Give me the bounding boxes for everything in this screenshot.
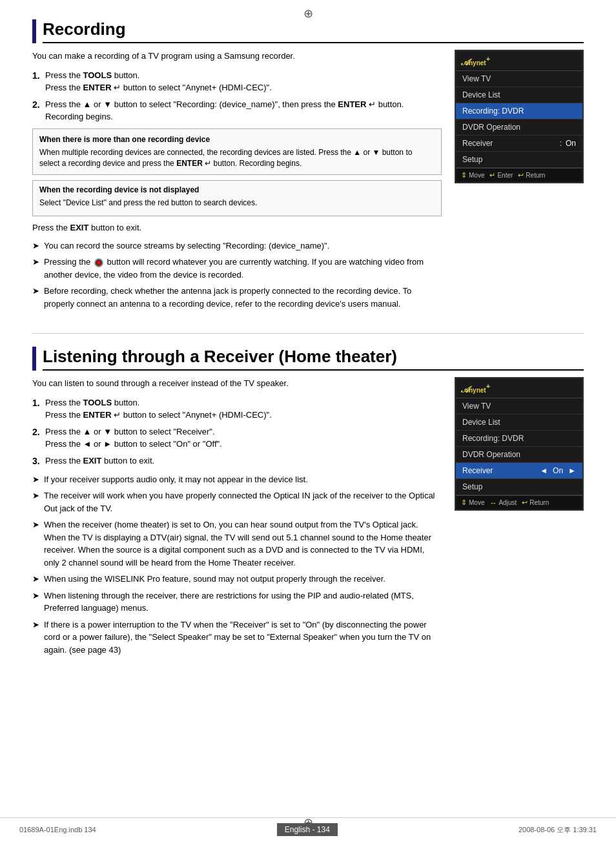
top-crosshair-decoration: ⊕ (303, 6, 313, 21)
receiver-section: Listening through a Receiver (Home theat… (32, 347, 584, 660)
recording-steps: 1. Press the TOOLS button. Press the ENT… (32, 69, 442, 123)
recording-menu-receiver-colon: : (560, 139, 562, 148)
step2-enter-bold: ENTER (338, 99, 366, 109)
bullet-arrow-1: ➤ (32, 240, 44, 252)
receiver-footer-return: ↩ Return (522, 498, 549, 507)
recording-title: Recording (43, 19, 584, 43)
receiver-bullet-6: ➤ If there is a power interruption to th… (32, 619, 442, 657)
recording-intro: You can make a recording of a TV program… (32, 50, 442, 63)
receiver-bullet-5: ➤ When listening through the receiver, t… (32, 589, 442, 615)
receiver-step3-exit-bold: EXIT (83, 456, 102, 465)
recording-note1: When there is more than one recording de… (32, 128, 442, 175)
recording-bullet-2: ➤ Pressing the button will record whatev… (32, 256, 442, 281)
recording-content: You can make a recording of a TV program… (32, 50, 584, 314)
receiver-step3-text: Press the EXIT button to exit. (45, 455, 154, 467)
receiver-text: You can listen to sound through a receiv… (32, 377, 442, 660)
receiver-return-icon: ↩ (522, 498, 528, 507)
recording-menu-footer: ⇕ Move ↵ Enter ↩ Return (456, 168, 582, 182)
receiver-step-1: 1. Press the TOOLS button. Press the ENT… (32, 396, 442, 422)
receiver-bullet-arrow-6: ➤ (32, 619, 44, 631)
recording-step-2: 2. Press the ▲ or ▼ button to select "Re… (32, 98, 442, 123)
page-wrapper: ⊕ Recording You can make a recording of … (0, 0, 616, 849)
receiver-bullet-1: ➤ If your receiver supports audio only, … (32, 473, 442, 486)
bottom-left-text: 01689A-01Eng.indb 134 (19, 826, 96, 834)
receiver-bullet-arrow-3: ➤ (32, 518, 44, 531)
recording-menu-device-list: Device List (456, 87, 582, 103)
bullet-arrow-2: ➤ (32, 256, 44, 269)
receiver-menu-receiver-label: Receiver (462, 466, 540, 475)
receiver-menu-header: 𝒜nynet+ (456, 378, 582, 398)
recording-bullet-1: ➤ You can record the source streams by s… (32, 240, 442, 252)
recording-return-label: Return (526, 172, 545, 179)
recording-bullet-1-text: You can record the source streams by sel… (44, 240, 329, 252)
recording-bullet-2-text: Pressing the button will record whatever… (44, 256, 442, 281)
receiver-step1-text: Press the TOOLS button. Press the ENTER … (45, 396, 272, 422)
receiver-bullet-arrow-1: ➤ (32, 473, 44, 486)
receiver-bullet-2: ➤ The receiver will work when you have p… (32, 489, 442, 515)
receiver-step1-num: 1. (32, 396, 45, 410)
recording-note1-body: When multiple recording devices are conn… (39, 147, 435, 169)
note1-enter-icon: ↵ (205, 159, 211, 168)
recording-bullet-3: ➤ Before recording, check whether the an… (32, 285, 442, 310)
receiver-step-3: 3. Press the EXIT button to exit. (32, 455, 442, 468)
receiver-footer-adjust: ↔ Adjust (489, 498, 517, 507)
receiver-menu-device-list: Device List (456, 414, 582, 431)
receiver-bullet-6-text: If there is a power interruption to the … (44, 619, 442, 657)
bottom-crosshair-decoration: ⊕ (303, 815, 313, 830)
recording-menu-view-tv: View TV (456, 71, 582, 87)
receiver-step3-num: 3. (32, 455, 45, 468)
receiver-bullet-4: ➤ When using the WISELINK Pro feature, s… (32, 573, 442, 586)
receiver-step1-enter-bold: ENTER (83, 410, 112, 420)
recording-menu-receiver: Receiver : On (456, 136, 582, 152)
receiver-bullet-5-text: When listening through the receiver, the… (44, 589, 442, 615)
receiver-menu-recording-dvdr: Recording: DVDR (456, 431, 582, 447)
receiver-menu-brand: 𝒜nynet (461, 384, 486, 394)
recording-enter-label: Enter (497, 172, 513, 179)
receiver-steps: 1. Press the TOOLS button. Press the ENT… (32, 396, 442, 468)
recording-note1-title: When there is more than one recording de… (39, 134, 435, 145)
step1-tools-bold: TOOLS (83, 70, 112, 80)
recording-step-1: 1. Press the TOOLS button. Press the ENT… (32, 69, 442, 94)
step1-text: Press the TOOLS button. Press the ENTER … (45, 69, 272, 94)
step1-enter-bold: ENTER (83, 83, 112, 92)
receiver-step2-num: 2. (32, 425, 45, 439)
bullet-arrow-3: ➤ (32, 285, 44, 298)
receiver-bullet-3-text: When the receiver (home theater) is set … (44, 518, 442, 569)
receiver-footer-move: ⇕ Move (461, 498, 484, 507)
receiver-move-icon: ⇕ (461, 498, 467, 507)
receiver-bullet-arrow-4: ➤ (32, 573, 44, 586)
recording-menu-brand: 𝒜nynet (461, 57, 486, 67)
receiver-bullet-arrow-5: ➤ (32, 589, 44, 602)
recording-footer-enter: ↵ Enter (489, 171, 513, 179)
receiver-content: You can listen to sound through a receiv… (32, 377, 584, 660)
receiver-move-label: Move (469, 499, 484, 506)
receiver-step2-text: Press the ▲ or ▼ button to select "Recei… (45, 425, 222, 451)
recording-enter-icon: ↵ (489, 171, 495, 179)
receiver-bullet-2-text: The receiver will work when you have pro… (44, 489, 442, 515)
recording-title-bar: Recording (32, 19, 584, 43)
receiver-adjust-icon: ↔ (489, 499, 497, 507)
step2-enter-icon: ↵ (369, 99, 376, 109)
recording-move-label: Move (469, 172, 484, 179)
receiver-step1-tools-bold: TOOLS (83, 398, 112, 407)
receiver-bullet-1-text: If your receiver supports audio only, it… (44, 473, 308, 486)
recording-note2-body: Select "Device List" and press the red b… (39, 198, 435, 209)
receiver-menu-right-arrow: ► (568, 466, 576, 475)
receiver-title: Listening through a Receiver (Home theat… (43, 347, 584, 371)
receiver-blue-bar (32, 347, 36, 371)
recording-footer-move: ⇕ Move (461, 171, 484, 179)
recording-tv-menu: 𝒜nynet+ View TV Device List Recording: D… (455, 50, 584, 183)
recording-menu-receiver-label: Receiver (462, 139, 556, 148)
receiver-menu-dvdr-operation: DVDR Operation (456, 447, 582, 463)
recording-blue-bar (32, 19, 36, 43)
receiver-menu-footer: ⇕ Move ↔ Adjust ↩ Return (456, 495, 582, 509)
recording-menu-receiver-value: On (566, 139, 576, 148)
receiver-bullet-arrow-2: ➤ (32, 489, 44, 502)
receiver-menu-left-arrow: ◄ (540, 466, 548, 475)
note1-enter-bold: ENTER (176, 159, 203, 168)
bottom-right-text: 2008-08-06 오후 1:39:31 (518, 825, 597, 835)
recording-exit-text: Press the EXIT button to exit. (32, 221, 442, 234)
recording-note2-title: When the recording device is not display… (39, 185, 435, 196)
recording-menu-plus: + (486, 55, 490, 63)
recording-bullet-3-text: Before recording, check whether the ante… (44, 285, 442, 310)
